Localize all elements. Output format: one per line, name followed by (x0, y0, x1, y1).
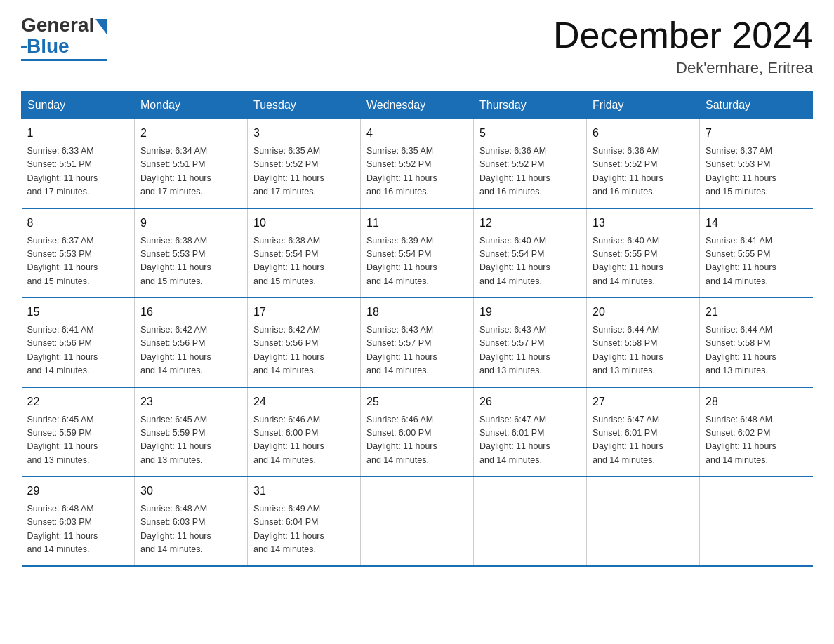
day-number: 14 (706, 215, 807, 232)
logo: General Blue (21, 14, 107, 61)
logo-underline (21, 59, 107, 61)
day-info: Sunrise: 6:36 AM Sunset: 5:52 PM Dayligh… (593, 145, 694, 199)
calendar-cell (361, 476, 474, 566)
day-number: 2 (140, 125, 241, 142)
day-info: Sunrise: 6:41 AM Sunset: 5:55 PM Dayligh… (706, 234, 807, 289)
day-info: Sunrise: 6:48 AM Sunset: 6:03 PM Dayligh… (27, 502, 129, 557)
calendar-cell: 5Sunrise: 6:36 AM Sunset: 5:52 PM Daylig… (474, 119, 587, 208)
day-info: Sunrise: 6:46 AM Sunset: 6:00 PM Dayligh… (253, 413, 355, 468)
calendar-table: SundayMondayTuesdayWednesdayThursdayFrid… (21, 91, 813, 567)
day-info: Sunrise: 6:37 AM Sunset: 5:53 PM Dayligh… (706, 145, 807, 199)
calendar-cell: 28Sunrise: 6:48 AM Sunset: 6:02 PM Dayli… (700, 387, 813, 477)
day-info: Sunrise: 6:37 AM Sunset: 5:53 PM Dayligh… (27, 234, 129, 289)
logo-general-text: General (21, 14, 94, 36)
day-info: Sunrise: 6:42 AM Sunset: 5:56 PM Dayligh… (140, 323, 241, 378)
calendar-cell: 24Sunrise: 6:46 AM Sunset: 6:00 PM Dayli… (248, 387, 361, 477)
calendar-cell: 12Sunrise: 6:40 AM Sunset: 5:54 PM Dayli… (474, 208, 587, 298)
day-info: Sunrise: 6:43 AM Sunset: 5:57 PM Dayligh… (479, 323, 581, 378)
day-number: 11 (366, 215, 468, 232)
calendar-cell (474, 476, 587, 566)
weekday-header-thursday: Thursday (474, 92, 587, 119)
day-number: 25 (366, 394, 468, 410)
calendar-week-2: 8Sunrise: 6:37 AM Sunset: 5:53 PM Daylig… (22, 208, 813, 298)
day-number: 19 (479, 304, 581, 321)
day-number: 4 (366, 125, 468, 142)
logo-blue-text: Blue (27, 35, 70, 58)
calendar-cell: 14Sunrise: 6:41 AM Sunset: 5:55 PM Dayli… (700, 208, 813, 298)
calendar-cell: 30Sunrise: 6:48 AM Sunset: 6:03 PM Dayli… (135, 476, 248, 566)
day-number: 16 (140, 304, 241, 321)
title-section: December 2024 Dek'emhare, Eritrea (553, 14, 813, 77)
calendar-cell: 21Sunrise: 6:44 AM Sunset: 5:58 PM Dayli… (700, 297, 813, 387)
day-number: 1 (27, 125, 129, 142)
day-number: 18 (366, 304, 468, 321)
calendar-cell: 16Sunrise: 6:42 AM Sunset: 5:56 PM Dayli… (135, 297, 248, 387)
day-info: Sunrise: 6:48 AM Sunset: 6:02 PM Dayligh… (706, 413, 807, 468)
calendar-cell: 25Sunrise: 6:46 AM Sunset: 6:00 PM Dayli… (361, 387, 474, 477)
calendar-cell: 18Sunrise: 6:43 AM Sunset: 5:57 PM Dayli… (361, 297, 474, 387)
weekday-header-wednesday: Wednesday (361, 92, 474, 119)
day-number: 21 (706, 304, 807, 321)
day-number: 17 (253, 304, 355, 321)
day-info: Sunrise: 6:48 AM Sunset: 6:03 PM Dayligh… (140, 502, 241, 557)
day-info: Sunrise: 6:43 AM Sunset: 5:57 PM Dayligh… (366, 323, 468, 378)
calendar-cell: 3Sunrise: 6:35 AM Sunset: 5:52 PM Daylig… (248, 119, 361, 208)
calendar-week-1: 1Sunrise: 6:33 AM Sunset: 5:51 PM Daylig… (22, 119, 813, 208)
day-info: Sunrise: 6:36 AM Sunset: 5:52 PM Dayligh… (479, 145, 581, 199)
calendar-body: 1Sunrise: 6:33 AM Sunset: 5:51 PM Daylig… (22, 119, 813, 566)
day-info: Sunrise: 6:49 AM Sunset: 6:04 PM Dayligh… (253, 502, 355, 557)
weekday-header-friday: Friday (587, 92, 700, 119)
day-number: 20 (593, 304, 694, 321)
calendar-cell: 27Sunrise: 6:47 AM Sunset: 6:01 PM Dayli… (587, 387, 700, 477)
calendar-week-5: 29Sunrise: 6:48 AM Sunset: 6:03 PM Dayli… (22, 476, 813, 566)
calendar-cell: 17Sunrise: 6:42 AM Sunset: 5:56 PM Dayli… (248, 297, 361, 387)
calendar-header: SundayMondayTuesdayWednesdayThursdayFrid… (22, 92, 813, 119)
logo-arrow-icon (95, 19, 107, 34)
day-number: 28 (706, 394, 807, 410)
calendar-cell: 26Sunrise: 6:47 AM Sunset: 6:01 PM Dayli… (474, 387, 587, 477)
day-number: 3 (253, 125, 355, 142)
weekday-header-sunday: Sunday (22, 92, 135, 119)
calendar-cell: 11Sunrise: 6:39 AM Sunset: 5:54 PM Dayli… (361, 208, 474, 298)
day-number: 7 (706, 125, 807, 142)
page-header: General Blue December 2024 Dek'emhare, E… (21, 14, 813, 77)
day-info: Sunrise: 6:44 AM Sunset: 5:58 PM Dayligh… (706, 323, 807, 378)
calendar-cell: 31Sunrise: 6:49 AM Sunset: 6:04 PM Dayli… (248, 476, 361, 566)
calendar-cell: 2Sunrise: 6:34 AM Sunset: 5:51 PM Daylig… (135, 119, 248, 208)
weekday-header-tuesday: Tuesday (248, 92, 361, 119)
day-number: 15 (27, 304, 129, 321)
day-number: 24 (253, 394, 355, 410)
calendar-cell: 23Sunrise: 6:45 AM Sunset: 5:59 PM Dayli… (135, 387, 248, 477)
day-info: Sunrise: 6:44 AM Sunset: 5:58 PM Dayligh… (593, 323, 694, 378)
day-info: Sunrise: 6:33 AM Sunset: 5:51 PM Dayligh… (27, 145, 129, 199)
day-info: Sunrise: 6:38 AM Sunset: 5:54 PM Dayligh… (253, 234, 355, 289)
calendar-cell: 4Sunrise: 6:35 AM Sunset: 5:52 PM Daylig… (361, 119, 474, 208)
calendar-cell: 13Sunrise: 6:40 AM Sunset: 5:55 PM Dayli… (587, 208, 700, 298)
day-number: 22 (27, 394, 129, 410)
calendar-cell: 19Sunrise: 6:43 AM Sunset: 5:57 PM Dayli… (474, 297, 587, 387)
day-info: Sunrise: 6:42 AM Sunset: 5:56 PM Dayligh… (253, 323, 355, 378)
calendar-cell: 9Sunrise: 6:38 AM Sunset: 5:53 PM Daylig… (135, 208, 248, 298)
day-number: 23 (140, 394, 241, 410)
day-number: 29 (27, 483, 129, 499)
calendar-cell: 8Sunrise: 6:37 AM Sunset: 5:53 PM Daylig… (22, 208, 135, 298)
day-number: 9 (140, 215, 241, 232)
day-number: 31 (253, 483, 355, 499)
day-info: Sunrise: 6:39 AM Sunset: 5:54 PM Dayligh… (366, 234, 468, 289)
day-info: Sunrise: 6:47 AM Sunset: 6:01 PM Dayligh… (479, 413, 581, 468)
day-info: Sunrise: 6:45 AM Sunset: 5:59 PM Dayligh… (27, 413, 129, 468)
day-number: 12 (479, 215, 581, 232)
day-number: 8 (27, 215, 129, 232)
calendar-cell (587, 476, 700, 566)
header-row: SundayMondayTuesdayWednesdayThursdayFrid… (22, 92, 813, 119)
day-info: Sunrise: 6:47 AM Sunset: 6:01 PM Dayligh… (593, 413, 694, 468)
calendar-cell: 15Sunrise: 6:41 AM Sunset: 5:56 PM Dayli… (22, 297, 135, 387)
day-info: Sunrise: 6:38 AM Sunset: 5:53 PM Dayligh… (140, 234, 241, 289)
day-number: 30 (140, 483, 241, 499)
day-number: 13 (593, 215, 694, 232)
calendar-week-3: 15Sunrise: 6:41 AM Sunset: 5:56 PM Dayli… (22, 297, 813, 387)
calendar-cell: 1Sunrise: 6:33 AM Sunset: 5:51 PM Daylig… (22, 119, 135, 208)
day-info: Sunrise: 6:34 AM Sunset: 5:51 PM Dayligh… (140, 145, 241, 199)
day-number: 10 (253, 215, 355, 232)
calendar-week-4: 22Sunrise: 6:45 AM Sunset: 5:59 PM Dayli… (22, 387, 813, 477)
